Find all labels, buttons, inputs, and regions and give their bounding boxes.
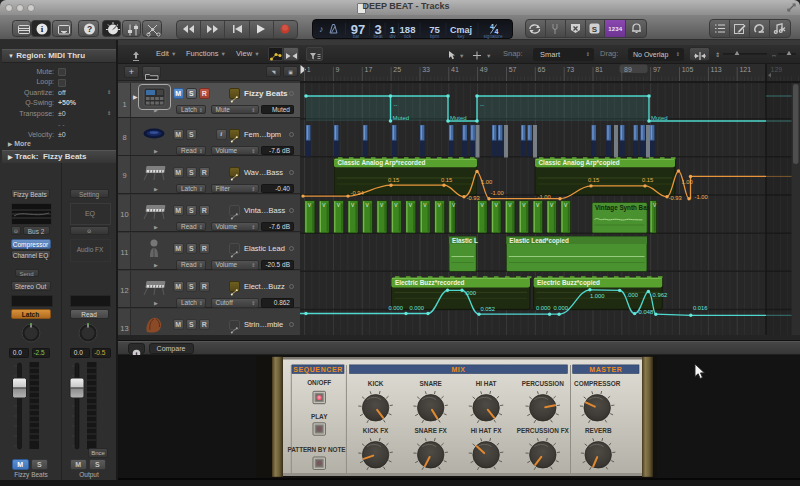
- svg-text:Elastic Lead*copied: Elastic Lead*copied: [509, 236, 569, 244]
- svg-text:V: V: [452, 202, 456, 207]
- svg-text:PLAY: PLAY: [311, 413, 328, 420]
- svg-text:signature: signature: [484, 34, 503, 39]
- svg-text:-0.93: -0.93: [467, 194, 480, 200]
- svg-text:Classic Analog Arp*copied: Classic Analog Arp*copied: [539, 159, 620, 167]
- svg-text:1.00: 1.00: [481, 178, 492, 184]
- svg-text:0.000: 0.000: [388, 305, 403, 311]
- svg-text:Elastic L: Elastic L: [452, 236, 478, 243]
- svg-text:-0.94: -0.94: [351, 189, 365, 195]
- svg-text:key: key: [457, 34, 465, 39]
- svg-text:0.15: 0.15: [642, 177, 653, 183]
- svg-text:bar: bar: [353, 34, 360, 39]
- svg-text:0.962: 0.962: [653, 291, 668, 297]
- svg-text:-0.93: -0.93: [669, 194, 682, 200]
- svg-text:1.00: 1.00: [682, 178, 693, 184]
- svg-text:SNARE FX: SNARE FX: [415, 427, 448, 434]
- svg-text:tick: tick: [404, 34, 412, 39]
- svg-text:PERCUSSION FX: PERCUSSION FX: [517, 427, 570, 434]
- svg-text:.000: .000: [627, 291, 638, 297]
- svg-text:0.15: 0.15: [388, 177, 399, 183]
- svg-text:▼: ▼: [459, 53, 464, 59]
- svg-text:SEQUENCER: SEQUENCER: [293, 366, 343, 374]
- svg-text:COMPRESSOR: COMPRESSOR: [574, 380, 621, 387]
- svg-text:0.016: 0.016: [693, 304, 708, 310]
- svg-text:S: S: [592, 25, 598, 34]
- svg-text:1.000: 1.000: [590, 292, 605, 298]
- svg-text:?: ?: [86, 24, 91, 34]
- svg-text:MIX: MIX: [451, 366, 465, 373]
- svg-text:0.15: 0.15: [588, 177, 599, 183]
- svg-text:HI HAT: HI HAT: [476, 380, 497, 387]
- svg-text:▼: ▼: [486, 53, 491, 59]
- svg-text:⇕: ⇕: [715, 52, 720, 58]
- svg-text:KICK: KICK: [368, 380, 384, 387]
- svg-text:-0.048: -0.048: [637, 308, 653, 314]
- svg-text:0.000: 0.000: [410, 305, 425, 311]
- svg-text:MASTER: MASTER: [589, 366, 622, 373]
- svg-text:♪: ♪: [319, 24, 324, 34]
- svg-text:Electric Buzz*copied: Electric Buzz*copied: [537, 279, 600, 287]
- svg-text:div: div: [390, 34, 397, 39]
- svg-text:0.000: 0.000: [536, 305, 551, 311]
- svg-text:beat: beat: [374, 34, 384, 39]
- svg-text:PATTERN BY NOTE: PATTERN BY NOTE: [288, 446, 347, 453]
- svg-text:-1.00: -1.00: [695, 194, 708, 200]
- svg-text:Vintage Synth Bas: Vintage Synth Bas: [595, 204, 651, 212]
- svg-text:Classic Analog Arp*recorded: Classic Analog Arp*recorded: [338, 159, 426, 167]
- svg-text:bpm: bpm: [430, 34, 439, 39]
- svg-text:PERCUSSION: PERCUSSION: [522, 380, 565, 387]
- svg-text:-1.00: -1.00: [538, 193, 551, 199]
- svg-text:0.052: 0.052: [481, 306, 496, 312]
- svg-text:REVERB: REVERB: [585, 427, 612, 434]
- svg-text:SNARE: SNARE: [420, 380, 443, 387]
- svg-text:HI HAT FX: HI HAT FX: [471, 427, 503, 434]
- svg-text:ON/OFF: ON/OFF: [307, 379, 331, 386]
- svg-text:0.15: 0.15: [441, 177, 452, 183]
- svg-text:.000: .000: [465, 290, 476, 296]
- svg-text:0.000: 0.000: [553, 305, 568, 311]
- svg-text:-1.00: -1.00: [491, 190, 504, 196]
- svg-text:Electric Buzz*recorded: Electric Buzz*recorded: [395, 279, 465, 286]
- svg-text:KICK FX: KICK FX: [363, 427, 389, 434]
- svg-text:↔: ↔: [771, 52, 777, 58]
